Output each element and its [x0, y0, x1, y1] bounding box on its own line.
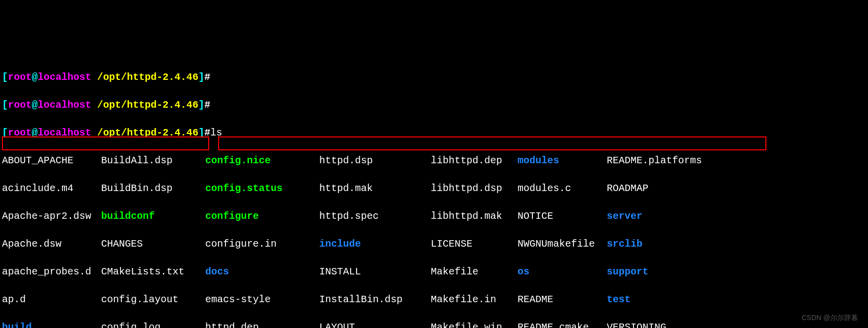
prompt-line-2: [root@localhost /opt/httpd-2.4.46]#	[2, 98, 866, 112]
ls-row-6: ap.dconfig.layoutemacs-styleInstallBin.d…	[2, 293, 866, 307]
ls-row-2: acinclude.m4BuildBin.dspconfig.statushtt…	[2, 182, 866, 196]
ls-row-1: ABOUT_APACHEBuildAll.dspconfig.nicehttpd…	[2, 154, 866, 168]
ls-row-7: buildconfig.loghttpd.depLAYOUTMakefile.w…	[2, 321, 866, 328]
ls-command: ls	[210, 127, 222, 138]
prompt-line-1: [root@localhost /opt/httpd-2.4.46]#	[2, 70, 866, 84]
watermark: CSDN @尔尔辞暮	[802, 313, 858, 323]
terminal-output: [root@localhost /opt/httpd-2.4.46]# [roo…	[2, 57, 866, 328]
ls-row-3: Apache-apr2.dswbuildconfconfigurehttpd.s…	[2, 209, 866, 223]
prompt-line-ls: [root@localhost /opt/httpd-2.4.46]#ls	[2, 126, 866, 140]
ls-row-4: Apache.dswCHANGESconfigure.inincludeLICE…	[2, 237, 866, 251]
ls-row-5: apache_probes.dCMakeLists.txtdocsINSTALL…	[2, 265, 866, 279]
